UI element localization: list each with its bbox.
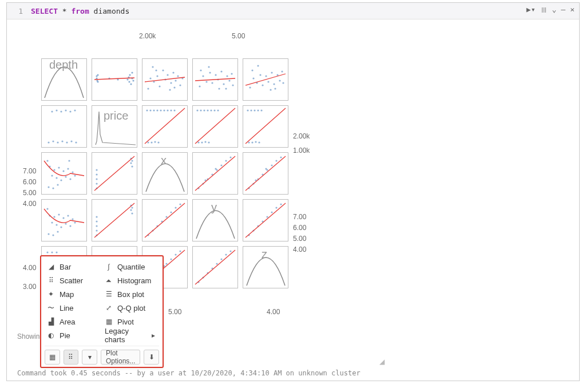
chart-view-icon[interactable]: ⫼ — [540, 5, 548, 14]
svg-point-171 — [51, 221, 53, 223]
svg-point-101 — [207, 109, 208, 111]
svg-point-179 — [69, 225, 71, 227]
svg-point-210 — [275, 207, 277, 208]
scatter-matrix: depth — [41, 58, 579, 288]
sql-keyword-select: SELECT — [31, 7, 58, 15]
svg-point-92 — [173, 109, 175, 111]
svg-point-30 — [152, 66, 153, 68]
svg-point-36 — [202, 75, 204, 77]
axis-tick-l3-3: 5.00 — [23, 189, 36, 197]
svg-point-16 — [147, 88, 149, 89]
splom-cell-3-1 — [92, 199, 137, 241]
svg-point-11 — [131, 72, 133, 73]
svg-point-128 — [65, 176, 66, 177]
chart-type-scatter[interactable]: ⠿Scatter — [45, 274, 101, 287]
svg-point-7 — [128, 81, 130, 82]
svg-point-145 — [131, 165, 133, 167]
chart-type-quantile[interactable]: ∫Quantile — [102, 260, 159, 274]
sql-keyword-from: from — [71, 7, 89, 15]
svg-point-165 — [280, 156, 282, 158]
svg-point-124 — [56, 177, 57, 179]
chart-type-boxplot[interactable]: ☰Box plot — [102, 287, 159, 301]
svg-point-17 — [149, 77, 151, 79]
table-view-button[interactable]: ▦ — [45, 350, 60, 365]
svg-point-5 — [126, 78, 128, 80]
chart-type-bar[interactable]: ◢Bar — [45, 260, 101, 274]
chart-type-line[interactable]: 〜Line — [45, 301, 101, 315]
svg-point-192 — [131, 207, 133, 208]
expand-icon[interactable]: ⌄ — [552, 5, 557, 14]
svg-point-8 — [129, 74, 130, 76]
svg-point-59 — [267, 81, 269, 82]
svg-point-107 — [204, 141, 206, 142]
svg-point-21 — [162, 69, 164, 71]
svg-point-87 — [156, 109, 158, 111]
svg-point-187 — [96, 225, 97, 227]
quantile-icon: ∫ — [105, 263, 113, 271]
svg-point-134 — [52, 187, 54, 189]
chart-type-map[interactable]: ✦Map — [45, 287, 101, 301]
svg-point-35 — [199, 85, 200, 87]
svg-point-85 — [149, 109, 151, 111]
svg-point-143 — [130, 162, 132, 164]
splom-cell-3-4 — [243, 199, 288, 241]
svg-point-69 — [282, 82, 284, 84]
chart-type-pie[interactable]: ◐Pie — [45, 328, 101, 342]
svg-point-120 — [46, 160, 48, 161]
chart-dropdown-button[interactable]: ▾ — [82, 350, 97, 365]
code-editor[interactable]: 1 SELECT * from diamonds ▶▾ ⫼ ⌄ – × — [7, 3, 579, 19]
svg-point-67 — [257, 65, 259, 66]
download-icon: ⬇ — [149, 353, 155, 361]
svg-point-4 — [97, 74, 98, 76]
svg-point-223 — [179, 250, 181, 252]
axis-tick-l3-1: 7.00 — [23, 167, 36, 175]
resize-handle[interactable]: ◢ — [379, 358, 385, 366]
svg-point-45 — [228, 80, 230, 81]
svg-point-115 — [248, 141, 250, 143]
svg-point-122 — [51, 175, 53, 176]
chart-type-area[interactable]: ▟Area — [45, 315, 101, 328]
svg-line-212 — [246, 203, 286, 237]
download-button[interactable]: ⬇ — [144, 350, 159, 365]
svg-point-43 — [223, 83, 224, 85]
svg-point-191 — [130, 209, 132, 211]
svg-point-118 — [258, 141, 260, 143]
svg-point-181 — [74, 221, 76, 223]
svg-point-82 — [70, 140, 72, 142]
svg-point-125 — [58, 167, 60, 168]
svg-point-193 — [131, 212, 133, 214]
svg-point-110 — [247, 109, 248, 111]
axis-tick-top-2: 5.00 — [232, 32, 245, 40]
svg-point-129 — [67, 168, 69, 169]
caret-down-icon: ▾ — [88, 353, 92, 361]
svg-point-75 — [69, 110, 71, 112]
svg-point-61 — [273, 83, 275, 85]
axis-tick-l5-2: 3.00 — [23, 283, 36, 291]
splom-cell-1-2 — [142, 105, 188, 148]
svg-point-202 — [179, 203, 181, 205]
svg-point-64 — [281, 70, 283, 72]
svg-point-117 — [255, 141, 256, 142]
svg-point-135 — [57, 184, 58, 185]
chart-view-button[interactable]: ⠿ — [64, 350, 79, 365]
svg-point-44 — [226, 75, 228, 77]
pivot-icon: ▦ — [105, 318, 113, 326]
svg-point-66 — [270, 89, 271, 90]
chart-type-legacy[interactable]: Legacy charts▸ — [102, 328, 159, 342]
run-cell-icon[interactable]: ▶▾ — [526, 5, 536, 14]
close-icon[interactable]: × — [570, 5, 575, 14]
splom-cell-0-0: depth — [41, 58, 87, 101]
chart-type-qq[interactable]: ⤢Q-Q plot — [102, 301, 159, 315]
minimize-icon[interactable]: – — [561, 5, 565, 14]
svg-point-47 — [200, 69, 201, 71]
plot-options-button[interactable]: Plot Options... — [101, 350, 140, 365]
qq-icon: ⤢ — [105, 304, 113, 312]
command-status: Command took 0.45 seconds -- by a user a… — [17, 369, 361, 377]
svg-point-176 — [62, 217, 64, 219]
svg-point-25 — [172, 72, 174, 73]
chart-type-histogram[interactable]: ⏶Histogram — [102, 274, 159, 287]
svg-point-209 — [271, 211, 272, 213]
svg-point-32 — [155, 69, 157, 71]
svg-point-174 — [58, 213, 60, 215]
svg-point-167 — [265, 168, 267, 169]
